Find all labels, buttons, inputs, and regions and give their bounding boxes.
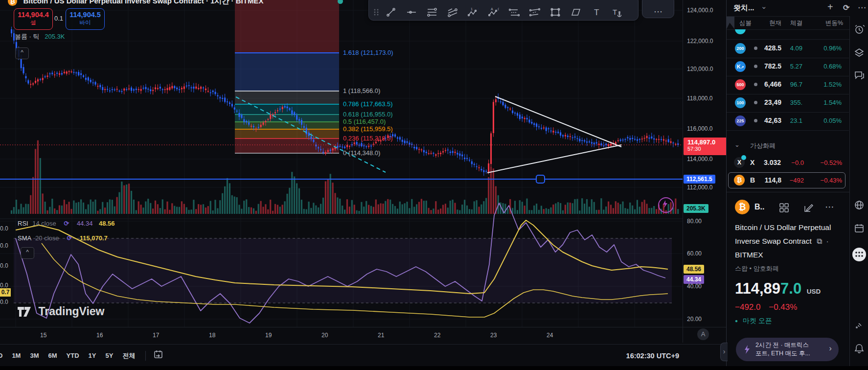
range-ytd[interactable]: YTD (67, 352, 79, 359)
bar-countdown: 57:30 (687, 146, 730, 152)
fib-label-05[interactable]: 0.5 (116,457.0) (343, 118, 386, 125)
sell-button[interactable]: 114,904.4 셀 (14, 8, 53, 30)
symbol-detail-panel: ₿ B.. ⋯ Bitcoin / US Dollar Perpetual In… (727, 196, 849, 366)
broadcast-icon[interactable] (854, 320, 865, 330)
news-notification-pill[interactable]: 2시간 전 · 매트릭스 포트, ETH 매도 후... › (736, 338, 839, 361)
collapse-main-pane-button[interactable]: ^ (15, 47, 29, 59)
price-axis[interactable]: 124,000.0 122,000.0 120,000.0 118,000.0 … (683, 0, 727, 343)
svg-text:A C: A C (491, 7, 499, 11)
panel-menu-icon[interactable]: ⋯ (825, 201, 834, 212)
external-link-icon[interactable]: ⧉ (817, 237, 822, 245)
watchlist-row-225[interactable]: 225 42,63 23.1 0.05% (727, 112, 849, 131)
anchored-text-tool-icon[interactable]: T (612, 7, 622, 18)
chat-icon[interactable] (854, 70, 865, 81)
apps-grid-icon[interactable] (852, 247, 867, 262)
fib-label-0786[interactable]: 0.786 (117,663.5) (343, 100, 393, 108)
range-1d[interactable]: D (0, 352, 2, 359)
calendar-icon[interactable] (854, 223, 865, 233)
symbol-full-title-line2[interactable]: Inverse Swap Contract ⧉ · (735, 237, 829, 246)
sma-refresh-icon[interactable]: ⟳ (67, 234, 72, 242)
compose-icon[interactable] (803, 202, 814, 213)
sma-name: SMA (18, 234, 31, 242)
watchlist-history-icon[interactable]: ⟳ (843, 3, 849, 12)
buy-button[interactable]: 114,904.5 바이 (66, 8, 105, 30)
column-chg[interactable]: 체결 (790, 19, 804, 27)
range-3m[interactable]: 3M (30, 352, 39, 359)
rectangle-tool-icon[interactable] (550, 7, 561, 18)
watchlist-row-200[interactable]: 200 428.5 4.09 0.96% (727, 40, 849, 58)
symbol-full-title-line1[interactable]: Bitcoin / US Dollar Perpetual (735, 223, 831, 232)
collapse-rsi-pane-button[interactable]: ^ (21, 247, 34, 259)
watchlist-row-500[interactable]: 500 6,466 96.7 1.52% (727, 76, 849, 94)
fib-label-0382[interactable]: 0.382 (115,959.5) (343, 125, 393, 133)
add-symbol-button[interactable]: + (827, 1, 833, 13)
panel-collapse-tab[interactable]: › (720, 343, 728, 361)
symbol-type: 스왑 • 암호화폐 (735, 264, 779, 273)
row-price: 42,63 (761, 116, 781, 124)
bell-icon[interactable] (854, 343, 865, 354)
range-1m[interactable]: 1M (12, 352, 21, 359)
range-all[interactable]: 전체 (122, 351, 135, 360)
symbol-short-name[interactable]: B.. (754, 203, 764, 211)
watchlist-title-chevron-icon[interactable]: ⌄ (761, 2, 767, 11)
horizontal-line-tool-icon[interactable] (406, 7, 417, 18)
flat-channel-tool-icon[interactable] (529, 7, 540, 18)
row-symbol: B (750, 176, 755, 184)
fib-label-0618[interactable]: 0.618 (116,955.0) (343, 111, 393, 118)
volume-legend-label: 볼륨 · 틱 (15, 33, 40, 40)
watchlist-row-btc-selected[interactable]: ₿ B 114,8 −492 −0.43% (728, 172, 845, 188)
text-tool-icon[interactable]: T (591, 7, 602, 18)
goto-date-icon[interactable] (153, 349, 163, 362)
watchlist-title[interactable]: 왓치... (733, 3, 754, 13)
tradingview-logo[interactable]: TradingView (17, 305, 105, 318)
fib-label-1[interactable]: 1 (118,566.0) (343, 87, 380, 94)
rotated-rectangle-tool-icon[interactable] (571, 7, 581, 18)
elliott-impulse-tool-icon[interactable]: 1 5 (468, 7, 479, 18)
fib-label-0236[interactable]: 0.236 (115,318.5) (343, 135, 393, 142)
rsi-legend[interactable]: RSI 14 close ⟳ 44.34 48.56 (18, 220, 115, 227)
rsi-tick: 60.00 (687, 250, 702, 257)
time-axis[interactable]: 15 16 17 18 19 20 21 22 23 24 (0, 327, 726, 345)
alarm-clock-icon[interactable] (854, 24, 865, 35)
layout-grid-icon[interactable] (778, 202, 789, 213)
rsi-refresh-icon[interactable]: ⟳ (64, 220, 69, 227)
market-status-dot (754, 101, 757, 104)
range-1y[interactable]: 1Y (89, 352, 96, 359)
row-price: 428.5 (761, 44, 781, 52)
watchlist-row-k[interactable]: K↗ 782.5 5.27 0.68% (727, 58, 849, 76)
fib-retracement-tool-icon[interactable] (427, 7, 437, 18)
globe-icon[interactable] (854, 200, 865, 210)
column-chg-pct[interactable]: 변동% (819, 19, 843, 27)
lightning-trade-icon[interactable] (658, 197, 674, 213)
watchlist-row-x[interactable]: X X 3.032 −0.0 −0.52% (727, 154, 849, 172)
bottom-toolbar: D 1M 3M 6M YTD 1Y 5Y 전체 16:02:30 UTC+9 (0, 344, 726, 367)
watchlist-menu-icon[interactable]: ⋯ (858, 2, 866, 13)
toolbar-drag-handle[interactable] (373, 7, 380, 18)
fib-label-1618[interactable]: 1.618 (121,173.0) (343, 49, 393, 56)
time-tick: 24 (547, 332, 553, 339)
disjoint-channel-tool-icon[interactable] (509, 7, 520, 18)
elliott-correction-tool-icon[interactable]: A C (488, 7, 499, 18)
clock[interactable]: 16:02:30 UTC+9 (626, 352, 679, 360)
range-5y[interactable]: 5Y (105, 352, 113, 359)
chart-canvas[interactable] (0, 0, 683, 343)
layers-icon[interactable] (854, 47, 865, 58)
column-symbol[interactable]: 심볼 (739, 19, 752, 27)
chart-title[interactable]: Bitcoin / US Dollar Perpetual Inverse Sw… (23, 0, 263, 5)
row-change-pct: −0.43% (813, 177, 842, 184)
range-6m[interactable]: 6M (48, 352, 57, 359)
symbol-exchange: BITMEX (735, 251, 763, 259)
notification-line2: 포트, ETH 매도 후... (755, 349, 810, 358)
watchlist-row-100[interactable]: 100 23,49 355. 1.54% (727, 94, 849, 113)
volume-legend[interactable]: 볼륨 · 틱 205.3K (15, 32, 65, 41)
scrolled-row-fragment[interactable] (727, 29, 850, 40)
crypto-section-header[interactable]: ⌄ 가상화폐 (727, 138, 849, 152)
column-last[interactable]: 현재 (761, 19, 781, 27)
drawing-toolbar-more[interactable]: ⋯ (642, 0, 674, 18)
rsi-ma-badge: 48.56 (684, 265, 704, 274)
symbol-logo-225: 225 (735, 116, 746, 126)
parallel-channel-tool-icon[interactable] (447, 7, 458, 18)
sma-legend[interactable]: SMA 20 close ⟳ 115,070.7 (18, 234, 108, 242)
fib-label-0[interactable]: 0 (114,348.0) (343, 149, 380, 157)
trend-line-tool-icon[interactable] (386, 7, 396, 18)
